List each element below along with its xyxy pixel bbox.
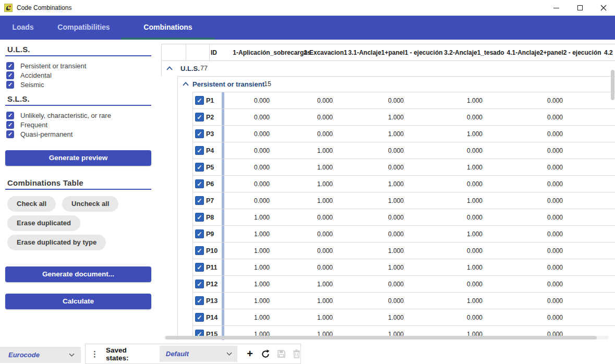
check-icon: ✓ [197,298,202,304]
chevron-down-icon [226,352,232,356]
cell-value: 0.000 [524,309,586,326]
uls-checkbox-group: ✓ Persistent or transient ✓ Accidental ✓… [6,61,156,89]
column-header-id: ID [211,44,217,61]
tab-compatibilities[interactable]: Compatibilities [46,16,122,40]
table-action-pills: Check allUncheck all Erase duplicated Er… [7,196,151,254]
maximize-button[interactable] [568,0,592,16]
check-icon: ✓ [8,63,13,69]
checkbox-row-unlikely-characteristic-rare[interactable]: ✓ Unlikely, characteristic, or rare [6,111,156,120]
cell-value: 0.000 [443,242,506,259]
tab-loads[interactable]: Loads [0,16,46,40]
generate-document-button[interactable]: Generate document... [5,266,151,282]
horizontal-scrollbar-thumb[interactable] [165,336,597,339]
header-divider [186,44,186,60]
cell-value: 0.000 [365,92,427,109]
combinations-table-heading: Combinations Table [7,178,151,187]
row-checkbox[interactable]: ✓ [195,280,204,288]
erase-duplicated-button[interactable]: Erase duplicated [7,215,80,231]
checkbox[interactable]: ✓ [6,62,14,70]
checkbox[interactable]: ✓ [6,121,14,129]
row-checkbox[interactable]: ✓ [195,129,204,138]
check-icon: ✓ [197,198,202,204]
row-checkbox[interactable]: ✓ [195,313,204,322]
code-select[interactable]: Eurocode [0,347,81,363]
table-row: ✓ P6 0.000 1.000 1.000 0.000 0.000 [193,176,615,192]
maximize-icon [577,5,583,10]
table-row: ✓ P9 1.000 0.000 0.000 1.000 0.000 [193,226,615,242]
kebab-menu-icon[interactable]: ⋮ [91,350,99,358]
cell-value: 0.000 [524,176,586,192]
chevron-down-icon [69,353,75,357]
group-row-persistent-or-transient[interactable]: Persistent or transient 15 [178,77,615,92]
checkbox-row-seismic[interactable]: ✓ Seismic [6,80,156,89]
table-row: ✓ P11 1.000 0.000 1.000 1.000 0.000 [193,259,615,276]
table-rows: ✓ P1 0.000 0.000 0.000 1.000 0.000 ✓ P2 … [192,92,615,340]
row-checkbox[interactable]: ✓ [195,196,204,205]
cell-value: 0.000 [524,259,586,276]
save-state-button[interactable] [277,349,286,358]
row-checkbox[interactable]: ✓ [195,213,204,222]
cell-value: 1.000 [365,109,427,126]
saved-states-select[interactable]: Default [160,346,238,362]
check-icon: ✓ [197,98,202,104]
cell-value: 0.000 [443,109,506,126]
delete-state-button[interactable] [293,349,300,358]
row-checkbox[interactable]: ✓ [195,96,204,105]
row-checkbox[interactable]: ✓ [195,296,204,305]
cell-value: 1.000 [231,259,293,276]
row-id: P7 [206,192,222,209]
check-icon: ✓ [197,314,202,321]
save-icon [277,349,286,358]
table-row: ✓ P13 1.000 1.000 0.000 1.000 0.000 [193,293,615,309]
vertical-scrollbar[interactable] [611,70,614,100]
erase-duplicated-by-type-button[interactable]: Erase duplicated by type [7,235,106,250]
checkbox-row-quasi-permanent[interactable]: ✓ Quasi-permanent [6,129,156,139]
checkbox-row-accidental[interactable]: ✓ Accidental [6,70,156,80]
cell-value: 0.000 [294,209,356,226]
column-header-load-1: 1-Aplicación_sobrecargas [233,44,310,61]
checkbox-row-frequent[interactable]: ✓ Frequent [6,120,156,129]
sidebar: U.L.S. ✓ Persistent or transient ✓ Accid… [0,44,156,309]
row-checkbox[interactable]: ✓ [195,146,204,155]
sls-checkbox-group: ✓ Unlikely, characteristic, or rare ✓ Fr… [6,111,156,139]
row-checkbox[interactable]: ✓ [195,229,204,238]
tab-combinations[interactable]: Combinations [121,16,215,40]
checkbox-label: Persistent or transient [20,62,86,70]
group-row-uls[interactable]: U.L.S. 77 [161,61,615,76]
row-checkbox[interactable]: ✓ [195,163,204,172]
calculate-button[interactable]: Calculate [5,294,151,309]
row-checkbox[interactable]: ✓ [195,246,204,255]
checkbox[interactable]: ✓ [6,112,14,119]
cell-value: 0.000 [524,276,586,293]
collapse-chevron-icon[interactable] [166,66,173,70]
checkbox-row-persistent-or-transient[interactable]: ✓ Persistent or transient [6,61,156,70]
checkbox-label: Unlikely, characteristic, or rare [20,112,111,119]
checkbox[interactable]: ✓ [6,81,14,89]
check-icon: ✓ [8,72,13,78]
cell-value: 1.000 [294,142,356,159]
subgroup-count: 15 [264,77,271,92]
generate-preview-button[interactable]: Generate preview [5,150,151,166]
uncheck-all-button[interactable]: Uncheck all [62,196,118,212]
check-icon: ✓ [197,114,202,120]
row-checkbox[interactable]: ✓ [195,179,204,188]
row-id: P13 [206,293,222,309]
horizontal-scrollbar[interactable] [164,336,609,339]
row-id: P9 [206,226,222,242]
close-button[interactable] [592,0,615,16]
minimize-button[interactable] [545,0,568,16]
table-header-row: ID 1-Aplicación_sobrecargas 2-Excavacion… [161,44,615,61]
checkbox[interactable]: ✓ [6,71,14,79]
check-all-button[interactable]: Check all [7,196,56,212]
add-state-button[interactable]: + [247,348,253,360]
cell-value: 1.000 [231,309,293,326]
minimize-icon [553,8,559,8]
row-checkbox[interactable]: ✓ [195,263,204,272]
row-id: P1 [206,92,222,109]
row-checkbox[interactable]: ✓ [195,113,204,122]
cell-value: 1.000 [365,192,427,209]
refresh-state-button[interactable] [261,349,270,359]
checkbox[interactable]: ✓ [6,130,14,138]
collapse-chevron-icon[interactable] [183,82,189,86]
row-id: P10 [206,242,222,259]
